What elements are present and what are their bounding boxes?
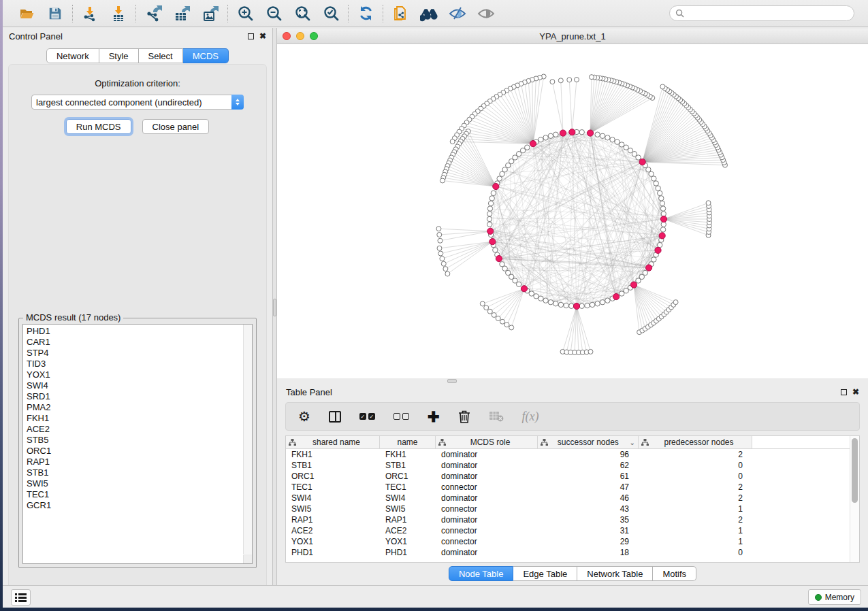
cell[interactable]: FKH1 (286, 449, 380, 460)
mcds-result-list[interactable]: PHD1CAR1STP4TID3YOX1SWI4SRD1PMA2FKH1ACE2… (22, 324, 253, 564)
export-network-button[interactable] (144, 5, 162, 22)
list-item[interactable]: TID3 (23, 359, 242, 369)
zoom-out-button[interactable] (265, 5, 283, 22)
cell[interactable]: 0 (639, 460, 752, 471)
cell[interactable]: dominator (436, 471, 538, 482)
float-panel-icon[interactable] (248, 33, 254, 39)
zoom-in-button[interactable] (236, 5, 254, 22)
list-item[interactable]: YOX1 (23, 369, 242, 380)
cell[interactable]: 1 (639, 503, 752, 514)
delete-column-button[interactable] (458, 408, 470, 425)
import-table-button[interactable] (110, 5, 127, 22)
window-zoom-icon[interactable] (310, 32, 318, 40)
cell[interactable]: connector (436, 536, 538, 547)
table-row[interactable]: YOX1YOX1connector291 (286, 536, 859, 547)
cell[interactable]: 35 (538, 514, 639, 525)
cell[interactable]: PHD1 (380, 547, 436, 558)
export-image-button[interactable] (202, 5, 219, 22)
horizontal-splitter[interactable] (277, 378, 868, 384)
list-item[interactable]: PMA2 (23, 402, 242, 413)
cell[interactable]: ACE2 (286, 525, 380, 536)
scrollbar-thumb[interactable] (852, 438, 858, 503)
cell[interactable]: 96 (538, 449, 639, 460)
cell[interactable]: 1 (639, 525, 752, 536)
cell[interactable]: SWI4 (380, 493, 436, 503)
list-scrollbar[interactable] (243, 325, 252, 554)
cell[interactable]: dominator (436, 460, 538, 471)
function-builder-button[interactable]: f(x) (522, 408, 539, 425)
zoom-fit-button[interactable] (293, 5, 311, 22)
cell[interactable]: connector (436, 525, 538, 536)
tab-edge-table[interactable]: Edge Table (513, 566, 577, 581)
list-item[interactable]: SRD1 (23, 391, 242, 402)
add-column-button[interactable]: ✚ (428, 408, 440, 425)
tab-style[interactable]: Style (99, 48, 139, 63)
cell[interactable]: connector (436, 503, 538, 514)
cell[interactable]: 2 (639, 493, 752, 503)
float-panel-icon[interactable] (841, 389, 847, 395)
cell[interactable]: 2 (639, 482, 752, 493)
list-item[interactable]: CAR1 (23, 337, 242, 348)
cell[interactable]: 46 (538, 493, 639, 503)
cell[interactable]: connector (436, 482, 538, 493)
window-close-icon[interactable] (283, 32, 291, 40)
cell[interactable]: 61 (538, 471, 639, 482)
close-panel-icon[interactable]: ✖ (852, 388, 859, 396)
table-row[interactable]: SWI5SWI5connector431 (286, 503, 859, 514)
cell[interactable]: RAP1 (380, 514, 436, 525)
table-row[interactable]: FKH1FKH1dominator962 (286, 449, 859, 460)
list-item[interactable]: RAP1 (23, 457, 242, 467)
cell[interactable]: SWI4 (286, 493, 380, 503)
cell[interactable]: 29 (538, 536, 639, 547)
search-network-button[interactable] (420, 5, 438, 22)
list-item[interactable]: SWI5 (23, 478, 242, 489)
cell[interactable]: dominator (436, 514, 538, 525)
network-from-file-button[interactable] (391, 5, 409, 22)
close-panel-icon[interactable]: ✖ (259, 32, 266, 40)
tab-network[interactable]: Network (46, 48, 99, 63)
search-field[interactable] (669, 5, 854, 21)
show-graphics-button[interactable] (477, 5, 495, 22)
table-row[interactable]: ACE2ACE2connector311 (286, 525, 859, 536)
open-file-button[interactable] (18, 5, 35, 22)
import-network-button[interactable] (81, 5, 99, 22)
splitter-grabber[interactable] (273, 299, 276, 316)
splitter-grabber[interactable] (447, 379, 457, 383)
column-header-successor-nodes[interactable]: successor nodes⌄ (538, 436, 639, 448)
deselect-all-button[interactable] (393, 408, 409, 425)
list-item[interactable]: PHD1 (23, 326, 242, 337)
cell[interactable]: PHD1 (286, 547, 380, 558)
tab-mcds[interactable]: MCDS (183, 48, 229, 63)
select-all-button[interactable]: ✓✓ (359, 408, 375, 425)
column-header-shared-name[interactable]: shared name (286, 436, 380, 448)
column-header-MCDS-role[interactable]: MCDS role (436, 436, 538, 448)
vertical-splitter[interactable] (272, 28, 277, 585)
cell[interactable]: 2 (639, 449, 752, 460)
cell[interactable]: dominator (436, 547, 538, 558)
cell[interactable]: STB1 (286, 460, 380, 471)
cell[interactable]: 62 (538, 460, 639, 471)
cell[interactable]: RAP1 (286, 514, 380, 525)
cell[interactable]: dominator (436, 493, 538, 503)
table-scrollbar[interactable] (850, 436, 859, 562)
show-columns-button[interactable] (329, 408, 341, 425)
cell[interactable]: TEC1 (286, 482, 380, 493)
tab-network-table[interactable]: Network Table (577, 566, 653, 581)
list-item[interactable]: ACE2 (23, 424, 242, 435)
list-item[interactable]: STP4 (23, 348, 242, 359)
refresh-button[interactable] (357, 5, 374, 22)
close-panel-button[interactable]: Close panel (142, 119, 210, 134)
list-item[interactable]: ORC1 (23, 446, 242, 457)
table-row[interactable]: STB1STB1dominator620 (286, 460, 859, 471)
table-settings-button[interactable]: ⚙ (298, 408, 310, 425)
cell[interactable]: SWI5 (286, 503, 380, 514)
cell[interactable]: FKH1 (380, 449, 436, 460)
table-row[interactable]: RAP1RAP1dominator352 (286, 514, 859, 525)
cell[interactable]: 47 (538, 482, 639, 493)
search-input[interactable] (688, 9, 848, 18)
list-item[interactable]: GCR1 (23, 500, 242, 511)
cell[interactable]: 1 (639, 536, 752, 547)
column-header-predecessor-nodes[interactable]: predecessor nodes (639, 436, 752, 448)
cell[interactable]: STB1 (380, 460, 436, 471)
cell[interactable]: YOX1 (380, 536, 436, 547)
